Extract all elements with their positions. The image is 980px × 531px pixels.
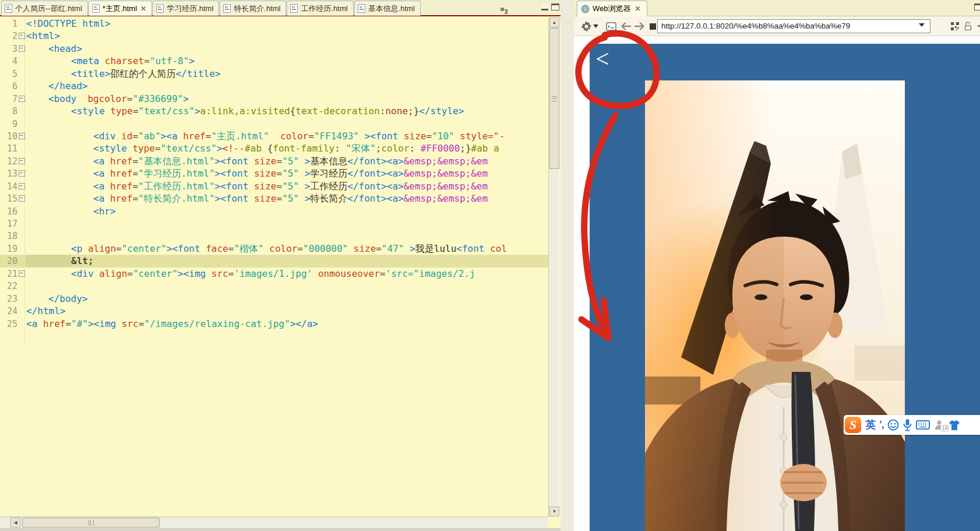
line-number: 19 <box>0 243 17 255</box>
editor-tab-label: 基本信息.html <box>368 3 415 14</box>
maximize-icon[interactable] <box>974 3 980 10</box>
open-external-browser-icon[interactable] <box>606 21 616 31</box>
fold-icon[interactable] <box>17 130 26 142</box>
tab-overflow-chevron[interactable]: »3 <box>500 4 507 15</box>
code-text: <div align="center"><img src='images/1.j… <box>26 268 475 279</box>
fold-icon[interactable] <box>17 180 26 192</box>
fold-icon[interactable] <box>17 30 26 42</box>
line-number: 10 <box>0 131 17 143</box>
code-text <box>26 230 26 241</box>
gear-icon[interactable] <box>581 21 591 31</box>
forward-icon[interactable] <box>634 21 645 31</box>
code-line[interactable]: 11<style type="text/css"><!--#ab {font-f… <box>0 142 548 154</box>
code-line[interactable]: 7<body bgcolor="#336699"> <box>0 93 548 105</box>
partial-icon[interactable] <box>975 21 980 31</box>
code-line[interactable]: 10<div id="ab"><a href="主页.html" color="… <box>0 130 548 142</box>
file-icon <box>5 4 12 13</box>
microphone-icon[interactable] <box>903 419 912 431</box>
rendered-lt-text: < <box>595 45 609 73</box>
code-line[interactable]: 21<div align="center"><img src='images/1… <box>0 268 548 280</box>
fold-icon[interactable] <box>17 192 26 205</box>
toolbox-person-icon[interactable]: 14 <box>934 420 944 430</box>
fold-icon[interactable] <box>17 155 26 167</box>
code-line[interactable]: 19<p align="center"><font face="楷体" colo… <box>0 242 548 255</box>
skin-shirt-icon[interactable] <box>949 420 960 431</box>
tab-web-browser[interactable]: Web浏览器 ✕ <box>577 1 647 16</box>
maximize-icon[interactable] <box>551 3 559 10</box>
code-line[interactable]: 25<a href="#"><img src="/images/relaxing… <box>0 318 548 330</box>
code-line[interactable]: 13<a href="学习经历.html"><font size="5" >学习… <box>0 167 548 180</box>
vertical-scroll-thumb[interactable] <box>549 28 559 169</box>
qr-code-icon[interactable] <box>950 21 960 31</box>
sogou-logo-icon[interactable]: S <box>845 417 861 433</box>
horizontal-scroll-thumb[interactable] <box>22 518 160 528</box>
code-line[interactable]: 9 <box>0 118 548 130</box>
punctuation-icon[interactable]: ’, <box>879 419 883 431</box>
code-line[interactable]: 4<meta charset="utf-8"> <box>0 55 548 67</box>
code-text: <div id="ab"><a href="主页.html" color="FF… <box>26 131 505 142</box>
code-line[interactable]: 20&lt; <box>0 255 548 267</box>
code-line[interactable]: 18 <box>0 230 548 242</box>
vertical-scrollbar[interactable]: ▲ ▼ <box>548 17 559 516</box>
code-line[interactable]: 17 <box>0 217 548 230</box>
code-text: <title>邵红的个人简历</title> <box>26 68 221 79</box>
code-line[interactable]: 6</head> <box>0 80 548 92</box>
code-line[interactable]: 23</body> <box>0 293 548 305</box>
code-line[interactable]: 2<html> <box>0 30 548 42</box>
fold-icon[interactable] <box>17 93 26 105</box>
editor-tab[interactable]: 特长简介.html <box>220 1 286 16</box>
browser-tab-label: Web浏览器 <box>593 3 631 14</box>
minimize-icon[interactable] <box>541 4 548 10</box>
fold-icon[interactable] <box>17 43 26 55</box>
code-line[interactable]: 22 <box>0 280 548 292</box>
thumb-grip <box>552 96 557 101</box>
code-text: <a href="#"><img src="/images/relaxing-c… <box>26 318 318 329</box>
code-line[interactable]: 8<style type="text/css">a:link,a:visited… <box>0 105 548 117</box>
url-input[interactable]: http://127.0.0.1:8020/%e4%b8%aa%e4%ba%ba… <box>657 19 930 33</box>
code-line[interactable]: 24</html> <box>0 305 548 317</box>
scroll-down-icon[interactable]: ▼ <box>549 507 559 516</box>
keyboard-icon[interactable] <box>916 420 930 430</box>
fold-icon[interactable] <box>17 167 26 180</box>
close-icon[interactable]: ✕ <box>140 5 146 13</box>
horizontal-scrollbar[interactable]: ◀ <box>0 516 548 528</box>
code-line[interactable]: 5<title>邵红的个人简历</title> <box>0 68 548 80</box>
code-editor[interactable]: 1<!DOCTYPE html>2<html>3<head>4<meta cha… <box>0 17 548 516</box>
code-line[interactable]: 12<a href="基本信息.html"><font size="5" >基本… <box>0 155 548 167</box>
code-line[interactable]: 14<a href="工作经历.html"><font size="5" >工作… <box>0 180 548 192</box>
unlock-icon[interactable] <box>963 21 973 31</box>
line-number: 20 <box>0 255 17 268</box>
code-text: <html> <box>26 30 60 41</box>
code-line[interactable]: 15<a href="特长简介.html"><font size="5" >特长… <box>0 192 548 205</box>
chevron-down-icon[interactable] <box>593 21 598 31</box>
code-text: <a href="基本信息.html"><font size="5" >基本信息… <box>26 156 488 167</box>
close-icon[interactable]: ✕ <box>635 5 641 13</box>
line-number: 11 <box>0 143 17 155</box>
url-dropdown-icon[interactable] <box>919 23 925 27</box>
code-line[interactable]: 1<!DOCTYPE html> <box>0 17 548 30</box>
editor-tab[interactable]: *主页.html✕ <box>89 1 152 16</box>
code-text <box>26 280 26 291</box>
application-window: 个人简历--邵红.html*主页.html✕学习经历.html特长简介.html… <box>0 0 980 531</box>
browser-tab-bar: Web浏览器 ✕ <box>574 0 980 16</box>
stop-icon[interactable] <box>647 21 658 31</box>
line-number: 14 <box>0 181 17 193</box>
editor-tab[interactable]: 个人简历--邵红.html <box>1 1 88 16</box>
emoji-icon[interactable] <box>887 419 899 431</box>
editor-tab[interactable]: 基本信息.html <box>354 1 421 16</box>
fold-icon[interactable] <box>17 268 26 280</box>
line-number: 12 <box>0 156 17 168</box>
ime-mode-english[interactable]: 英 <box>865 418 876 432</box>
code-line[interactable]: 3<head> <box>0 43 548 55</box>
back-icon[interactable] <box>621 21 631 31</box>
line-number: 24 <box>0 305 17 318</box>
editor-tab[interactable]: 学习经历.html <box>153 1 219 16</box>
bottom-edge <box>0 528 560 531</box>
scroll-left-icon[interactable]: ◀ <box>10 518 20 528</box>
code-line[interactable]: 16<hr> <box>0 205 548 217</box>
editor-tab[interactable]: 工作经历.html <box>287 1 353 16</box>
line-number: 2 <box>0 30 17 43</box>
file-icon <box>223 4 231 13</box>
line-number: 23 <box>0 293 17 305</box>
scroll-up-icon[interactable]: ▲ <box>549 17 559 27</box>
